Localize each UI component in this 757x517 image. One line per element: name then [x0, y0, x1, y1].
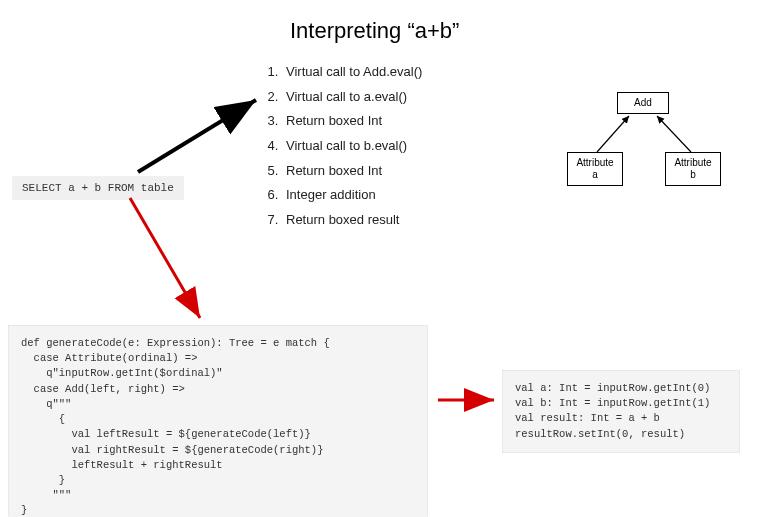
step-item: Virtual call to Add.eval()	[282, 60, 422, 85]
svg-line-0	[597, 116, 629, 152]
svg-line-3	[130, 198, 200, 318]
tree-edges	[555, 92, 735, 212]
page-title: Interpreting “a+b”	[290, 18, 459, 44]
step-item: Virtual call to a.eval()	[282, 85, 422, 110]
step-item: Virtual call to b.eval()	[282, 134, 422, 159]
step-item: Integer addition	[282, 183, 422, 208]
step-item: Return boxed result	[282, 208, 422, 233]
svg-line-2	[138, 100, 256, 172]
generate-code-snippet: def generateCode(e: Expression): Tree = …	[8, 325, 428, 517]
step-item: Return boxed Int	[282, 109, 422, 134]
expression-tree: Add Attribute a Attribute b	[555, 92, 735, 212]
generated-output-snippet: val a: Int = inputRow.getInt(0) val b: I…	[502, 370, 740, 453]
interpretation-steps: Virtual call to Add.eval() Virtual call …	[262, 60, 422, 233]
svg-line-1	[657, 116, 691, 152]
step-item: Return boxed Int	[282, 159, 422, 184]
sql-query-box: SELECT a + b FROM table	[12, 176, 184, 200]
